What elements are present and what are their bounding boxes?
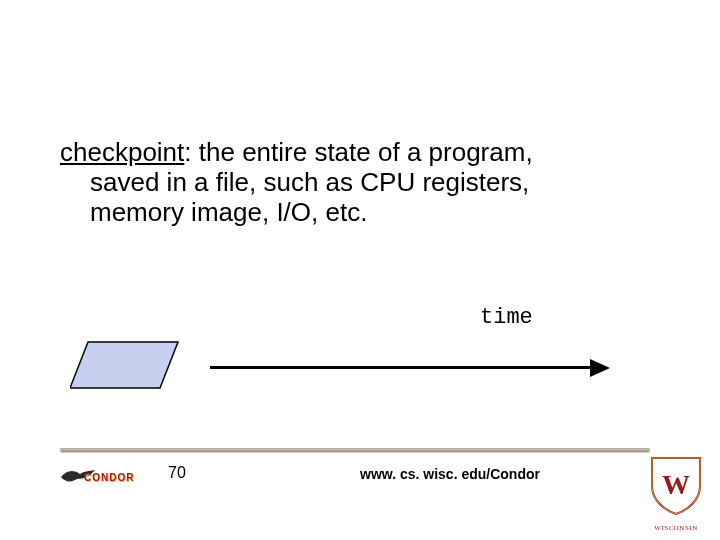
body-line2: saved in a file, such as CPU registers, xyxy=(60,168,660,198)
university-logo: W WISCONSIN xyxy=(646,454,706,532)
condor-wordmark: CONDOR xyxy=(84,472,134,483)
term-checkpoint: checkpoint xyxy=(60,137,184,167)
condor-logo: CONDOR xyxy=(60,466,138,496)
svg-marker-0 xyxy=(70,342,178,388)
slide: checkpoint: the entire state of a progra… xyxy=(0,0,720,540)
shield-icon: W xyxy=(646,454,706,516)
parallelogram-icon xyxy=(70,340,180,390)
footer-url: www. cs. wisc. edu/Condor xyxy=(360,466,540,482)
body-text: checkpoint: the entire state of a progra… xyxy=(60,138,660,228)
time-label: time xyxy=(480,305,533,330)
time-arrow-icon xyxy=(210,362,610,374)
svg-text:W: W xyxy=(662,469,690,500)
body-line1: : the entire state of a program, xyxy=(184,137,532,167)
page-number: 70 xyxy=(168,464,186,482)
divider xyxy=(60,448,650,452)
university-name: WISCONSIN xyxy=(646,525,706,532)
body-line3: memory image, I/O, etc. xyxy=(60,198,660,228)
